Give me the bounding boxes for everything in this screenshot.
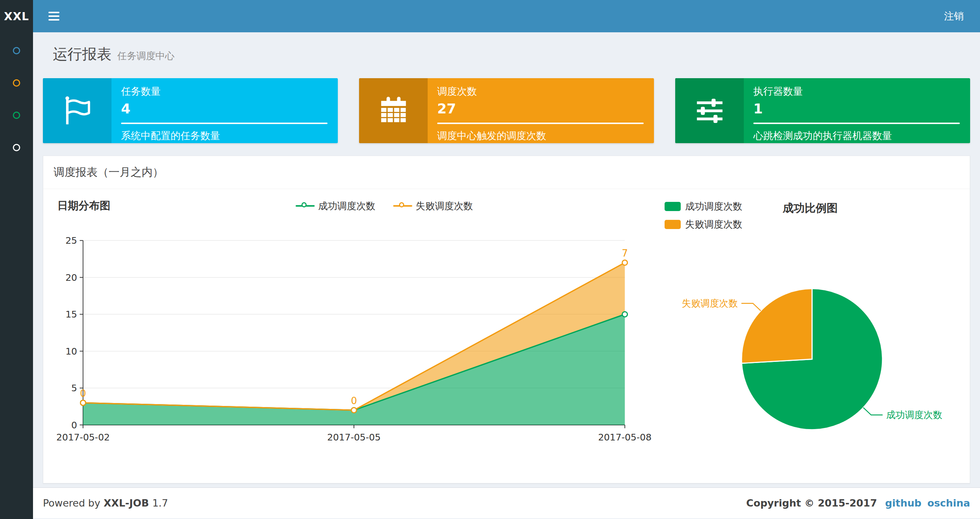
sidebar <box>0 32 33 519</box>
flag-icon <box>61 95 94 127</box>
content-area: 运行报表 任务调度中心 任务数量 4 系统中配置的任务数量 <box>33 32 980 487</box>
legend-item-success[interactable]: 成功调度次数 <box>296 200 375 212</box>
copyright-text: Copyright © 2015-2017 <box>746 497 877 509</box>
success-ratio-section: 成功调度次数 失败调度次数 成功比例图 成功调度次数失败调度次数 <box>658 198 959 471</box>
top-navbar: XXL 注销 <box>0 0 980 32</box>
sidebar-item-4[interactable] <box>0 131 33 164</box>
info-box-icon-area <box>43 78 111 143</box>
schedule-report-panel: 调度报表（一月之内） 日期分布图 成功调度次数 <box>43 156 970 483</box>
svg-text:15: 15 <box>65 309 77 320</box>
svg-text:0: 0 <box>351 395 357 406</box>
svg-text:2017-05-02: 2017-05-02 <box>56 432 110 443</box>
logout-link[interactable]: 注销 <box>944 10 964 23</box>
pie-chart-title: 成功比例图 <box>783 201 838 216</box>
page-title: 运行报表 任务调度中心 <box>53 44 970 64</box>
info-box-title: 任务数量 <box>121 85 328 98</box>
hamburger-icon <box>48 12 59 13</box>
circle-icon <box>13 144 20 151</box>
pie-legend-fail[interactable]: 失败调度次数 <box>665 218 742 231</box>
info-box-description: 心跳检测成功的执行器机器数量 <box>753 129 960 142</box>
github-link[interactable]: github <box>885 497 921 509</box>
legend-swatch-icon <box>665 220 681 229</box>
content-header: 运行报表 任务调度中心 <box>43 32 970 64</box>
panel-title: 调度报表（一月之内） <box>43 156 970 189</box>
svg-text:2017-05-08: 2017-05-08 <box>598 432 652 443</box>
pie-chart-legend: 成功调度次数 失败调度次数 <box>665 200 742 231</box>
sidebar-item-3[interactable] <box>0 99 33 131</box>
circle-icon <box>13 112 20 119</box>
svg-text:7: 7 <box>622 248 628 259</box>
svg-text:5: 5 <box>71 383 77 393</box>
line-marker-icon <box>296 201 315 211</box>
product-version: 1.7 <box>152 497 168 509</box>
info-box-description: 系统中配置的任务数量 <box>121 129 328 142</box>
page-subtitle: 任务调度中心 <box>118 50 175 62</box>
sidebar-toggle-button[interactable] <box>48 10 60 23</box>
app-logo[interactable]: XXL <box>0 0 33 32</box>
info-box-row: 任务数量 4 系统中配置的任务数量 <box>43 78 970 143</box>
sliders-icon <box>694 95 726 127</box>
svg-text:10: 10 <box>65 346 77 357</box>
success-ratio-pie-chart: 成功调度次数失败调度次数 <box>665 240 959 471</box>
svg-text:0: 0 <box>71 420 77 431</box>
svg-text:失败调度次数: 失败调度次数 <box>682 298 738 309</box>
info-box-number: 4 <box>121 101 328 117</box>
legend-item-fail[interactable]: 失败调度次数 <box>393 200 473 212</box>
info-box-icon-area <box>675 78 744 143</box>
info-box-progress <box>437 123 644 124</box>
product-name: XXL-JOB <box>104 497 149 509</box>
date-distribution-chart: 05101520252017-05-022017-05-052017-05-08… <box>54 222 658 447</box>
info-box-progress <box>753 123 960 124</box>
info-box-triggers: 调度次数 27 调度中心触发的调度次数 <box>359 78 654 143</box>
oschina-link[interactable]: oschina <box>927 497 970 509</box>
svg-text:2017-05-05: 2017-05-05 <box>327 432 381 443</box>
info-box-title: 调度次数 <box>437 85 644 98</box>
info-box-number: 27 <box>437 101 644 117</box>
info-box-progress <box>121 123 328 124</box>
info-box-title: 执行器数量 <box>753 85 960 98</box>
circle-icon <box>13 47 20 54</box>
navbar-main: 注销 <box>33 0 980 32</box>
line-chart-legend: 成功调度次数 失败调度次数 <box>110 200 658 212</box>
info-box-icon-area <box>359 78 428 143</box>
info-box-number: 1 <box>753 101 960 117</box>
circle-icon <box>13 79 20 86</box>
svg-text:25: 25 <box>65 235 77 246</box>
powered-by-label: Powered by <box>43 497 100 509</box>
line-marker-icon <box>393 201 412 211</box>
svg-text:0: 0 <box>80 388 86 399</box>
sidebar-item-1[interactable] <box>0 35 33 67</box>
svg-text:成功调度次数: 成功调度次数 <box>886 409 942 420</box>
pie-legend-success[interactable]: 成功调度次数 <box>665 200 742 213</box>
line-chart-title: 日期分布图 <box>57 198 110 213</box>
info-box-jobs: 任务数量 4 系统中配置的任务数量 <box>43 78 338 143</box>
sidebar-item-2[interactable] <box>0 67 33 99</box>
footer: Powered by XXL-JOB 1.7 Copyright © 2015-… <box>33 487 980 518</box>
calendar-icon <box>377 95 410 127</box>
legend-swatch-icon <box>665 202 681 211</box>
date-distribution-section: 日期分布图 成功调度次数 <box>54 198 658 471</box>
svg-text:20: 20 <box>65 272 77 283</box>
info-box-executors: 执行器数量 1 心跳检测成功的执行器机器数量 <box>675 78 970 143</box>
info-box-description: 调度中心触发的调度次数 <box>437 129 644 142</box>
